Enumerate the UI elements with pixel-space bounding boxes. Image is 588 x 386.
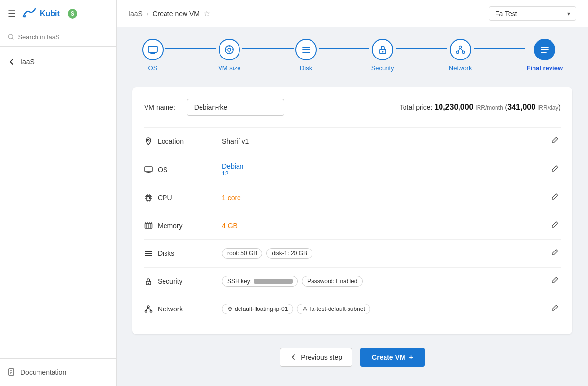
brand-logo: Kubit S — [21, 8, 80, 19]
previous-step-label: Previous step — [301, 353, 342, 361]
step-label-os: OS — [148, 64, 158, 72]
sidebar-footer: Documentation — [0, 358, 116, 386]
subnet-chip: fa-test-default-subnet — [297, 304, 370, 314]
disks-edit-icon[interactable] — [549, 247, 561, 260]
location-icon — [144, 137, 153, 146]
step-label-disk: Disk — [300, 64, 312, 72]
breadcrumb-root[interactable]: IaaS — [129, 10, 143, 18]
svg-point-59 — [150, 310, 152, 312]
location-label: Location — [144, 137, 222, 146]
disks-icon — [144, 249, 153, 258]
disks-value: root: 50 GB disk-1: 20 GB — [222, 248, 549, 259]
network-icon — [144, 305, 153, 313]
vm-name-price-row: VM name: Total price: 10,230,000 IRR/mon… — [144, 99, 561, 116]
security-value: SSH key: Password: Enabled — [222, 276, 549, 287]
documentation-label: Documentation — [20, 368, 66, 376]
os-value: Debian 12 — [222, 162, 549, 177]
location-edit-icon[interactable] — [549, 135, 561, 148]
security-edit-icon[interactable] — [549, 274, 561, 288]
step-final-review[interactable]: Final review — [527, 39, 563, 72]
sidebar: ☰ Kubit S — [0, 0, 117, 386]
review-row-location: Location Sharif v1 — [144, 127, 561, 155]
step-connector-2 — [242, 48, 293, 49]
svg-rect-34 — [146, 195, 151, 200]
tenant-selector[interactable]: Fa Test ▾ — [489, 6, 576, 21]
svg-line-26 — [460, 49, 463, 51]
ssh-key-bar — [254, 279, 293, 284]
favorite-icon[interactable]: ☆ — [203, 9, 210, 18]
create-vm-plus-icon: + — [409, 353, 413, 361]
memory-edit-icon[interactable] — [549, 219, 561, 232]
sidebar-nav: IaaS — [0, 47, 116, 358]
documentation-link[interactable]: Documentation — [8, 365, 109, 380]
step-circle-network — [450, 39, 471, 60]
svg-point-24 — [462, 51, 465, 54]
svg-point-56 — [148, 283, 149, 284]
network-label: Network — [144, 305, 222, 313]
disks-label: Disks — [144, 249, 222, 258]
brand-name: Kubit — [40, 9, 60, 18]
os-label: OS — [144, 165, 222, 174]
step-circle-os — [142, 39, 164, 60]
memory-label: Memory — [144, 221, 222, 230]
vm-name-input[interactable] — [187, 99, 284, 116]
service-icon: S — [65, 8, 80, 19]
review-row-network: Network default-floating-ip-01 — [144, 295, 561, 323]
create-vm-button[interactable]: Create VM + — [360, 348, 425, 367]
sidebar-item-iaas[interactable]: IaaS — [0, 53, 116, 71]
review-row-security: Security SSH key: Password: Enabled — [144, 267, 561, 295]
iaas-label: IaaS — [20, 58, 35, 66]
document-icon — [8, 368, 16, 376]
security-icon — [144, 277, 153, 286]
cpu-icon — [144, 193, 153, 202]
search-icon — [8, 33, 14, 40]
cpu-value: 1 core — [222, 194, 549, 202]
svg-rect-31 — [145, 167, 152, 172]
step-vmsize[interactable]: VM size — [218, 39, 240, 72]
review-row-memory: Memory 4 GB — [144, 212, 561, 239]
security-label: Security — [144, 277, 222, 286]
price-irr-month: IRR/month — [475, 104, 503, 111]
svg-point-23 — [456, 51, 459, 54]
cpu-cores: 1 core — [222, 194, 241, 202]
hamburger-icon[interactable]: ☰ — [8, 8, 16, 19]
create-vm-label: Create VM — [372, 353, 405, 361]
bottom-actions: Previous step Create VM + — [132, 348, 572, 367]
svg-point-57 — [147, 306, 149, 308]
person-icon — [302, 307, 308, 312]
total-price-display: Total price: 10,230,000 IRR/month (341,0… — [400, 103, 561, 112]
step-connector-5 — [474, 48, 524, 49]
step-disk[interactable]: Disk — [295, 39, 317, 72]
search-input[interactable] — [18, 33, 109, 40]
step-network[interactable]: Network — [449, 39, 472, 72]
disk-chip-1: disk-1: 20 GB — [266, 248, 312, 259]
os-edit-icon[interactable] — [549, 163, 561, 176]
tenant-name: Fa Test — [495, 10, 517, 18]
disk-chip-root: root: 50 GB — [222, 248, 262, 259]
floating-ip-chip: default-floating-ip-01 — [222, 304, 293, 314]
svg-line-25 — [458, 49, 460, 51]
stepper: OS VM size — [132, 39, 572, 72]
content-area: OS VM size — [117, 27, 588, 386]
password-chip: Password: Enabled — [302, 276, 363, 287]
os-icon — [144, 165, 153, 174]
svg-point-58 — [145, 310, 147, 312]
previous-step-button[interactable]: Previous step — [280, 348, 352, 367]
os-version: 12 — [222, 170, 243, 177]
step-label-final-review: Final review — [527, 64, 563, 72]
review-form-card: VM name: Total price: 10,230,000 IRR/mon… — [132, 87, 572, 334]
price-irr-day: IRR/day — [537, 104, 558, 111]
svg-point-12 — [228, 48, 231, 51]
tenant-chevron-icon: ▾ — [567, 10, 570, 17]
step-os[interactable]: OS — [142, 39, 164, 72]
step-connector-4 — [396, 48, 447, 49]
total-price-main: 10,230,000 — [434, 103, 473, 111]
topbar: IaaS › Create new VM ☆ Fa Test ▾ — [117, 0, 588, 27]
network-edit-icon[interactable] — [549, 302, 561, 316]
svg-line-60 — [146, 308, 148, 310]
svg-point-21 — [382, 51, 384, 53]
breadcrumb-current: Create new VM — [152, 10, 199, 18]
step-security[interactable]: Security — [371, 39, 394, 72]
cpu-edit-icon[interactable] — [549, 191, 561, 205]
arrow-left-icon — [8, 58, 16, 66]
